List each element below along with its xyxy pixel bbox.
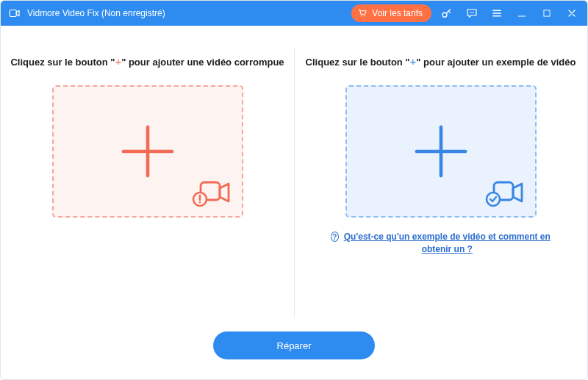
feedback-button[interactable] <box>462 4 481 23</box>
svg-point-6 <box>473 12 475 13</box>
sample-pane-heading: Cliquez sur le bouton "+" pour ajouter u… <box>306 55 576 68</box>
sample-video-pane: Cliquez sur le bouton "+" pour ajouter u… <box>294 26 587 331</box>
titlebar: Vidmore Video Fix (Non enregistré) Voir … <box>1 1 587 26</box>
main-content: Cliquez sur le bouton "+" pour ajouter u… <box>1 26 587 331</box>
corrupted-pane-heading: Cliquez sur le bouton "+" pour ajouter u… <box>10 55 284 68</box>
svg-point-4 <box>470 12 471 13</box>
plus-hint-icon: + <box>115 55 121 68</box>
help-icon: ? <box>331 232 340 242</box>
svg-point-2 <box>364 15 365 16</box>
svg-rect-0 <box>10 10 16 17</box>
repair-button[interactable]: Réparer <box>213 331 375 359</box>
camera-check-icon <box>485 178 526 210</box>
footer: Réparer <box>1 331 587 380</box>
repair-button-label: Réparer <box>277 340 312 351</box>
pricing-button[interactable]: Voir les tarifs <box>351 4 431 22</box>
plus-icon <box>407 118 475 185</box>
svg-rect-7 <box>544 10 550 16</box>
window-title: Vidmore Video Fix (Non enregistré) <box>27 8 165 18</box>
camera-error-icon <box>192 178 233 210</box>
sample-help-area: ? Qu'est-ce qu'un exemple de vidéo et co… <box>331 231 551 256</box>
pane-divider <box>294 48 295 317</box>
cart-icon <box>357 7 368 20</box>
close-button[interactable] <box>562 4 581 23</box>
sample-help-link[interactable]: Qu'est-ce qu'un exemple de vidéo et comm… <box>343 231 551 256</box>
maximize-button[interactable] <box>537 4 556 23</box>
add-sample-video-dropzone[interactable] <box>345 85 537 218</box>
minimize-button[interactable] <box>512 4 531 23</box>
svg-point-5 <box>471 12 473 13</box>
corrupted-video-pane: Cliquez sur le bouton "+" pour ajouter u… <box>1 26 294 331</box>
pricing-button-label: Voir les tarifs <box>372 8 423 18</box>
app-logo-icon <box>8 7 21 20</box>
plus-hint-icon: + <box>410 55 417 68</box>
menu-button[interactable] <box>487 4 506 23</box>
add-corrupted-video-dropzone[interactable] <box>52 85 243 218</box>
svg-point-1 <box>361 15 362 16</box>
svg-point-10 <box>198 201 201 204</box>
plus-icon <box>114 118 182 185</box>
register-key-button[interactable] <box>437 4 456 23</box>
